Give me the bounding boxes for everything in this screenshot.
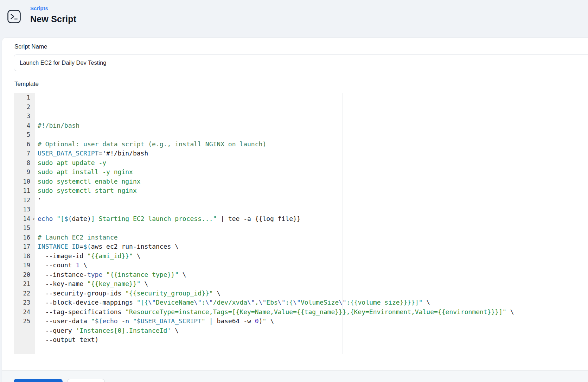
line-number[interactable]: 3 xyxy=(14,112,35,121)
code-line[interactable]: #!/bin/bash xyxy=(38,121,588,130)
card-footer: Save Script Cancel xyxy=(2,370,588,382)
editor-gutter: 1234567891011121314▾15161718192021222324… xyxy=(14,93,35,354)
line-number[interactable]: 16 xyxy=(14,233,35,242)
template-label: Template xyxy=(14,81,588,88)
code-line[interactable] xyxy=(38,130,588,140)
line-number[interactable]: 21 xyxy=(14,279,35,289)
code-line[interactable]: --user-data "$(echo -n "$USER_DATA_SCRIP… xyxy=(38,317,588,326)
line-number[interactable]: 24 xyxy=(14,307,35,317)
code-line[interactable]: --key-name "{{key_name}}" \ xyxy=(38,279,588,289)
code-line[interactable]: ' xyxy=(38,196,588,205)
line-number[interactable]: 17 xyxy=(14,242,35,252)
save-script-button[interactable]: Save Script xyxy=(14,379,63,382)
code-line[interactable]: --block-device-mappings "[{\"DeviceName\… xyxy=(38,298,588,307)
line-number[interactable]: 20 xyxy=(14,270,35,280)
code-line[interactable]: --instance-type "{{instance_type}}" \ xyxy=(38,270,588,280)
line-number[interactable]: 7 xyxy=(14,149,35,158)
code-line[interactable] xyxy=(38,205,588,214)
code-line[interactable]: # Launch EC2 instance xyxy=(38,233,588,242)
cancel-button[interactable]: Cancel xyxy=(67,379,105,382)
line-number[interactable]: 19 xyxy=(14,261,35,270)
line-number[interactable]: 23 xyxy=(14,298,35,307)
breadcrumb-scripts-link[interactable]: Scripts xyxy=(30,5,48,12)
line-number[interactable]: 5 xyxy=(14,130,35,140)
code-line[interactable]: --security-group-ids "{{security_group_i… xyxy=(38,289,588,298)
line-number[interactable]: 13 xyxy=(14,205,35,214)
code-line[interactable]: --query 'Instances[0].InstanceId' \ xyxy=(38,326,588,336)
code-line[interactable]: USER_DATA_SCRIPT='#!/bin/bash xyxy=(38,149,588,158)
code-line[interactable]: --count 1 \ xyxy=(38,261,588,270)
line-number[interactable]: 4 xyxy=(14,121,35,130)
code-line[interactable]: sudo systemctl start nginx xyxy=(38,186,588,196)
code-line[interactable]: echo "[$(date)] Starting EC2 launch proc… xyxy=(38,214,588,224)
template-code-editor[interactable]: 1234567891011121314▾15161718192021222324… xyxy=(14,92,588,355)
line-number[interactable]: 11 xyxy=(14,186,35,196)
code-line[interactable]: # Optional: user data script (e.g., inst… xyxy=(38,140,588,149)
code-line[interactable] xyxy=(38,345,588,354)
line-number[interactable]: 8 xyxy=(14,158,35,168)
line-number[interactable]: 2 xyxy=(14,102,35,112)
page-header: Scripts New Script xyxy=(0,0,588,24)
line-number[interactable]: 6 xyxy=(14,140,35,149)
editor-code[interactable]: #!/bin/bash# Optional: user data script … xyxy=(35,93,588,354)
line-number[interactable]: 22 xyxy=(14,289,35,298)
terminal-icon xyxy=(7,10,21,23)
fold-caret-icon[interactable]: ▾ xyxy=(33,215,35,224)
line-number[interactable]: 12 xyxy=(14,196,35,205)
code-line[interactable]: --output text) xyxy=(38,335,588,345)
code-line[interactable]: INSTANCE_ID=$(aws ec2 run-instances \ xyxy=(38,242,588,252)
line-number[interactable]: 18 xyxy=(14,252,35,261)
code-line[interactable]: sudo apt install -y nginx xyxy=(38,167,588,177)
line-number[interactable]: 15 xyxy=(14,223,35,233)
code-line[interactable]: --image-id "{{ami_id}}" \ xyxy=(38,252,588,261)
code-line[interactable] xyxy=(38,223,588,233)
line-number[interactable]: 14▾ xyxy=(14,214,35,224)
script-name-input[interactable] xyxy=(14,55,588,71)
line-number[interactable]: 1 xyxy=(14,93,35,102)
code-line[interactable]: sudo systemctl enable nginx xyxy=(38,177,588,186)
line-number[interactable]: 25 xyxy=(14,317,35,326)
script-name-label: Script Name xyxy=(14,43,588,50)
line-number[interactable]: 10 xyxy=(14,177,35,186)
code-line[interactable]: --tag-specifications "ResourceType=insta… xyxy=(38,307,588,317)
line-number[interactable]: 9 xyxy=(14,167,35,177)
new-script-card: Script Name Template 1234567891011121314… xyxy=(2,37,588,382)
page-title: New Script xyxy=(30,14,76,24)
code-line[interactable]: sudo apt update -y xyxy=(38,158,588,168)
